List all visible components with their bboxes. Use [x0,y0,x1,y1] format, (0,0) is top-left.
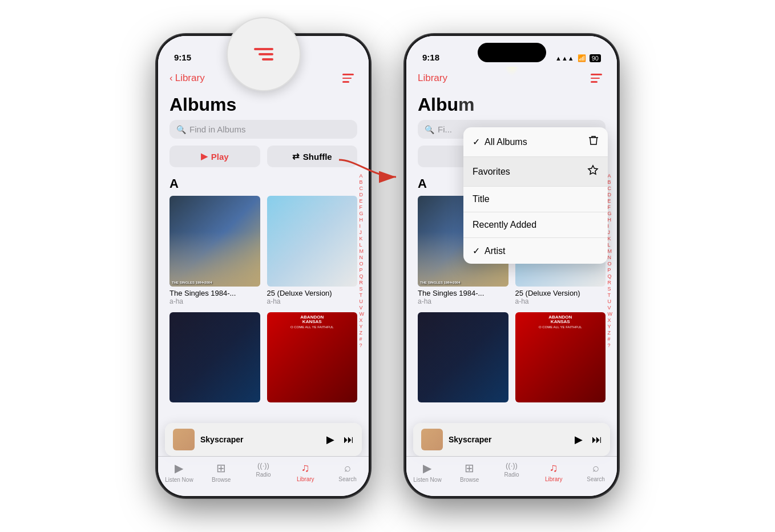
shuffle-label-left: Shuffle [303,152,332,162]
mini-player-title-right: Skyscraper [449,435,569,444]
signal-icon: ▲▲▲ [555,55,574,62]
play-button-left[interactable]: ▶ Play [169,146,260,167]
mini-player-thumb-left [173,429,195,450]
mini-player-title-left: Skyscraper [200,435,321,444]
shuffle-icon-left: ⇄ [292,151,300,162]
hamburger-icon-left [342,74,354,83]
mini-player-right[interactable]: Skyscraper ▶ ⏭ [413,423,610,456]
menu-button-left[interactable] [339,69,357,87]
album-artist-left-0: a-ha [169,297,260,305]
tab-search-label-right: Search [587,476,605,482]
trash-icon [588,135,599,149]
tab-search-label-left: Search [338,476,357,482]
tab-library-icon-right: ♫ [550,461,558,474]
status-time-right: 9:18 [422,53,439,62]
album-item-left-3[interactable]: ABANDONKANSASO Come All Ye Faithful [264,312,358,412]
right-phone: 9:18 ▲▲▲ 📶 90 Library [405,34,619,498]
status-time-left: 9:15 [174,53,191,62]
search-icon-left: 🔍 [176,125,186,134]
tab-listen-now-left[interactable]: ▶ Listen Now [158,461,200,483]
album-cover-left-0: THE SINGLES 1984•2004 [169,196,260,287]
dropdown-item-title[interactable]: Title [463,187,608,212]
tab-listen-now-label-right: Listen Now [413,477,441,483]
album-item-left-0[interactable]: THE SINGLES 1984•2004 The Singles 1984-.… [169,196,264,312]
dropdown-menu-right: ✓ All Albums Favorites [463,127,608,264]
dynamic-island-right [478,43,546,62]
tab-browse-left[interactable]: ⊞ Browse [200,461,243,483]
album-cover-right-2 [418,312,508,403]
tab-browse-icon-right: ⊞ [465,461,474,475]
page-title-left: Albums [158,92,369,120]
album-artist-right-1: a-ha [515,297,606,305]
tab-browse-label-right: Browse [460,477,479,483]
mini-forward-icon-left[interactable]: ⏭ [344,434,354,446]
album-item-left-1[interactable]: 25 (Deluxe Version) a-ha [264,196,358,312]
tab-listen-now-label-left: Listen Now [165,477,193,483]
hamburger-icon-right [591,74,602,83]
tab-browse-right[interactable]: ⊞ Browse [449,461,491,483]
star-icon [587,164,599,179]
play-icon-left: ▶ [201,151,208,162]
wifi-icon: 📶 [578,54,586,62]
album-artist-left-1: a-ha [267,297,358,305]
dropdown-item-all-albums[interactable]: ✓ All Albums [463,127,608,157]
album-item-left-2[interactable]: AA BONDY • BELIEVERS [169,312,264,412]
mini-player-controls-right: ▶ ⏭ [575,433,602,446]
search-placeholder-right: Fi... [438,124,452,134]
tab-library-left[interactable]: ♫ Library [284,461,326,482]
tab-search-left[interactable]: ⌕ Search [326,461,369,482]
title-label: Title [473,194,490,204]
album-item-right-2[interactable] [418,312,512,412]
back-button-right[interactable]: Library [418,72,447,84]
alphabet-index-right[interactable]: A B C D E F G H I J K L M N O [608,173,613,348]
recently-added-label: Recently Added [473,220,536,230]
phones-container: 9:15 ‹ Library [156,34,619,498]
tab-bar-left: ▶ Listen Now ⊞ Browse ((·)) Radio ♫ Libr… [158,456,369,496]
mini-play-icon-right[interactable]: ▶ [575,433,583,446]
back-label-left: Library [175,72,205,84]
tab-library-label-left: Library [297,476,314,482]
alphabet-index-left[interactable]: A B C D E F G H I J K L M N O [360,173,365,348]
album-cover-left-1 [267,196,358,287]
mini-player-controls-left: ▶ ⏭ [326,433,354,446]
left-phone: 9:15 ‹ Library [156,34,370,498]
tab-radio-label-right: Radio [504,471,519,478]
zoom-hamburger-icon [254,48,273,61]
album-artist-right-0: a-ha [418,297,508,305]
back-button-left[interactable]: ‹ Library [169,72,205,84]
chevron-left-icon: ‹ [169,72,173,84]
right-phone-inner: 9:18 ▲▲▲ 📶 90 Library [406,36,617,496]
tab-radio-right[interactable]: ((·)) Radio [491,461,533,478]
search-bar-left[interactable]: 🔍 Find in Albums [169,120,357,139]
tab-library-icon-left: ♫ [301,461,310,474]
tab-listen-now-right[interactable]: ▶ Listen Now [406,461,449,483]
back-label-right: Library [418,72,447,84]
action-buttons-left: ▶ Play ⇄ Shuffle [158,146,369,176]
status-icons-right: ▲▲▲ 📶 90 [555,54,601,62]
dropdown-item-artist[interactable]: ✓ Artist [463,238,608,264]
tab-listen-now-icon-right: ▶ [423,461,431,475]
search-placeholder-left: Find in Albums [189,124,245,134]
tab-browse-icon-left: ⊞ [216,461,226,475]
left-phone-wrapper: 9:15 ‹ Library [156,34,370,498]
right-phone-content: 9:18 ▲▲▲ 📶 90 Library [406,36,617,456]
album-title-left-0: The Singles 1984-... [169,289,260,297]
tab-bar-right: ▶ Listen Now ⊞ Browse ((·)) Radio ♫ Libr… [406,456,617,496]
tab-library-right[interactable]: ♫ Library [532,461,575,482]
mini-forward-icon-right[interactable]: ⏭ [592,434,602,446]
album-item-right-3[interactable]: ABANDONKANSASO Come All Ye Faithful [512,312,606,412]
menu-button-right[interactable] [587,69,606,87]
battery-icon: 90 [590,54,601,62]
tab-search-right[interactable]: ⌕ Search [575,461,617,482]
mini-play-icon-left[interactable]: ▶ [326,433,334,446]
album-title-left-1: 25 (Deluxe Version) [267,289,358,297]
shuffle-button-left[interactable]: ⇄ Shuffle [267,146,358,167]
mini-player-left[interactable]: Skyscraper ▶ ⏭ [165,423,362,456]
dropdown-item-favorites[interactable]: Favorites [463,157,608,187]
album-cover-right-3: ABANDONKANSASO Come All Ye Faithful [515,312,606,403]
dropdown-item-recently-added[interactable]: Recently Added [463,212,608,238]
play-label-left: Play [211,152,229,162]
tab-radio-icon-right: ((·)) [506,461,518,470]
tab-radio-left[interactable]: ((·)) Radio [243,461,285,478]
left-phone-inner: 9:15 ‹ Library [158,36,369,496]
